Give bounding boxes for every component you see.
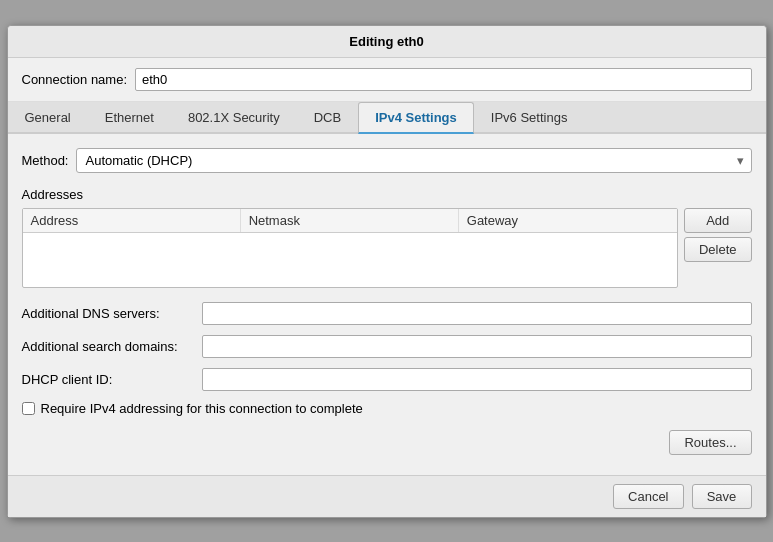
require-ipv4-checkbox[interactable]	[22, 402, 35, 415]
delete-address-button[interactable]: Delete	[684, 237, 752, 262]
cancel-button[interactable]: Cancel	[613, 484, 683, 509]
tab-8021x-security[interactable]: 802.1X Security	[171, 102, 297, 132]
connection-name-input[interactable]	[135, 68, 751, 91]
routes-button[interactable]: Routes...	[669, 430, 751, 455]
method-select[interactable]: Automatic (DHCP) Manual Link-Local Only …	[76, 148, 751, 173]
dhcp-client-id-input[interactable]	[202, 368, 752, 391]
dialog-titlebar: Editing eth0	[8, 26, 766, 58]
dialog-title: Editing eth0	[349, 34, 423, 49]
tab-general[interactable]: General	[8, 102, 88, 132]
connection-name-label: Connection name:	[22, 72, 128, 87]
dhcp-client-id-row: DHCP client ID:	[22, 368, 752, 391]
addresses-table: Address Netmask Gateway	[22, 208, 678, 288]
address-column-header: Address	[23, 209, 241, 232]
dns-servers-input[interactable]	[202, 302, 752, 325]
search-domains-label: Additional search domains:	[22, 339, 202, 354]
search-domains-row: Additional search domains:	[22, 335, 752, 358]
tabs-bar: General Ethernet 802.1X Security DCB IPv…	[8, 102, 766, 134]
addresses-section: Addresses Address Netmask Gateway Add De…	[22, 187, 752, 288]
gateway-column-header: Gateway	[459, 209, 677, 232]
addresses-table-wrapper: Address Netmask Gateway Add Delete	[22, 208, 752, 288]
save-button[interactable]: Save	[692, 484, 752, 509]
dns-servers-label: Additional DNS servers:	[22, 306, 202, 321]
search-domains-input[interactable]	[202, 335, 752, 358]
require-ipv4-row: Require IPv4 addressing for this connect…	[22, 401, 752, 416]
dhcp-client-id-label: DHCP client ID:	[22, 372, 202, 387]
method-label: Method:	[22, 153, 69, 168]
tab-content: Method: Automatic (DHCP) Manual Link-Loc…	[8, 134, 766, 475]
netmask-column-header: Netmask	[241, 209, 459, 232]
dialog-footer: Cancel Save	[8, 475, 766, 517]
addresses-buttons: Add Delete	[684, 208, 752, 288]
method-select-wrapper: Automatic (DHCP) Manual Link-Local Only …	[76, 148, 751, 173]
connection-name-row: Connection name:	[8, 58, 766, 102]
tab-ethernet[interactable]: Ethernet	[88, 102, 171, 132]
addresses-header: Address Netmask Gateway	[23, 209, 677, 233]
tab-ipv6-settings[interactable]: IPv6 Settings	[474, 102, 585, 132]
dns-servers-row: Additional DNS servers:	[22, 302, 752, 325]
method-row: Method: Automatic (DHCP) Manual Link-Loc…	[22, 148, 752, 173]
tab-dcb[interactable]: DCB	[297, 102, 358, 132]
tab-ipv4-settings[interactable]: IPv4 Settings	[358, 102, 474, 134]
routes-row: Routes...	[22, 430, 752, 455]
require-ipv4-label: Require IPv4 addressing for this connect…	[41, 401, 363, 416]
addresses-section-label: Addresses	[22, 187, 752, 202]
add-address-button[interactable]: Add	[684, 208, 752, 233]
addresses-body	[23, 233, 677, 283]
dialog-window: Editing eth0 Connection name: General Et…	[7, 25, 767, 518]
